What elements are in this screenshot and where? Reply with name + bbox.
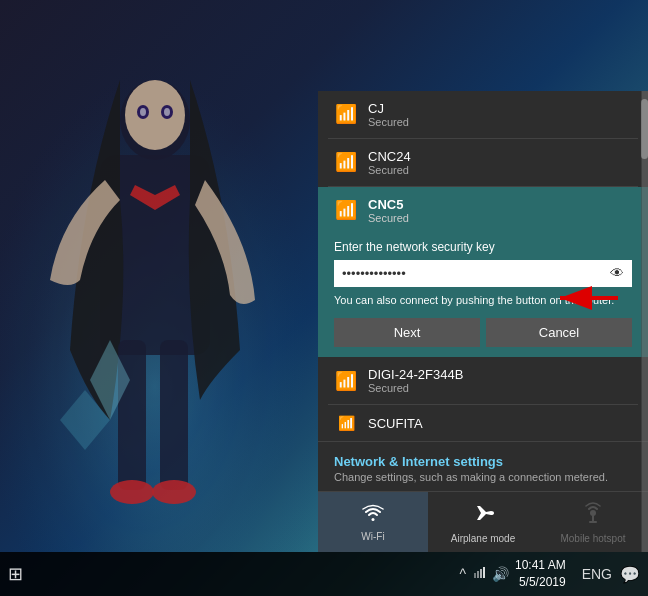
network-status-digi: Secured [368, 382, 463, 394]
connect-hint: You can also connect by pushing the butt… [334, 293, 632, 308]
password-section: Enter the network security key 👁 You can… [318, 234, 648, 357]
network-item-cj[interactable]: 📶 CJ Secured [318, 91, 648, 138]
svg-point-10 [140, 108, 146, 116]
network-tray-icon[interactable] [472, 566, 486, 583]
scroll-track [641, 91, 648, 552]
network-info-cj: CJ Secured [368, 101, 409, 128]
network-status-cj: Secured [368, 116, 409, 128]
wifi-icon-cnc5: 📶 [334, 199, 358, 221]
network-name-cj: CJ [368, 101, 409, 116]
svg-point-11 [164, 108, 170, 116]
eye-icon[interactable]: 👁 [602, 261, 632, 285]
network-panel: 📶 CJ Secured 📶 CNC24 Secured 📶 CNC5 Secu… [318, 91, 648, 552]
network-item-digi[interactable]: 📶 DIGI-24-2F344B Secured [318, 357, 648, 404]
notification-icon[interactable]: 💬 [620, 565, 640, 584]
quick-btn-airplane[interactable]: Airplane mode [428, 492, 538, 552]
taskbar-left: ⊞ [0, 563, 459, 585]
settings-title[interactable]: Network & Internet settings [334, 454, 632, 469]
action-buttons: Next Cancel [334, 318, 632, 347]
svg-point-7 [125, 80, 185, 150]
scroll-thumb[interactable] [641, 99, 648, 159]
cancel-button[interactable]: Cancel [486, 318, 632, 347]
airplane-quick-icon [472, 502, 494, 529]
wifi-icon-scufita: 📶 [334, 415, 358, 431]
network-status-cnc24: Secured [368, 164, 411, 176]
network-status-cnc5: Secured [368, 212, 409, 224]
svg-point-5 [110, 480, 154, 504]
svg-rect-4 [160, 340, 188, 490]
quick-btn-wifi[interactable]: Wi-Fi [318, 492, 428, 552]
taskbar-clock[interactable]: 10:41 AM 5/5/2019 [515, 557, 566, 591]
time-display: 10:41 AM [515, 557, 566, 574]
hotspot-quick-label: Mobile hotspot [560, 533, 625, 544]
next-button[interactable]: Next [334, 318, 480, 347]
svg-rect-20 [483, 567, 485, 578]
password-input-row: 👁 [334, 260, 632, 287]
password-input[interactable] [334, 260, 602, 287]
taskbar-right: ^ 🔊 10:41 AM 5/5/2019 ENG 💬 [459, 557, 648, 591]
hotspot-quick-icon [582, 502, 604, 529]
volume-icon[interactable]: 🔊 [492, 566, 509, 582]
svg-rect-19 [480, 569, 482, 578]
network-scroll-area: 📶 CJ Secured 📶 CNC24 Secured 📶 CNC5 Secu… [318, 91, 648, 441]
date-display: 5/5/2019 [515, 574, 566, 591]
taskbar: ⊞ ^ 🔊 10:41 AM 5/5/2019 ENG 💬 [0, 552, 648, 596]
network-name-cnc5: CNC5 [368, 197, 409, 212]
start-button[interactable]: ⊞ [8, 563, 23, 585]
quick-actions-bar: Wi-Fi Airplane mode Mobile [318, 491, 648, 552]
network-info-digi: DIGI-24-2F344B Secured [368, 367, 463, 394]
svg-rect-18 [477, 571, 479, 578]
wifi-icon-cj: 📶 [334, 103, 358, 125]
wifi-icon-digi: 📶 [334, 370, 358, 392]
network-item-cnc5[interactable]: 📶 CNC5 Secured [318, 187, 648, 234]
password-label: Enter the network security key [334, 240, 632, 254]
network-info-cnc5: CNC5 Secured [368, 197, 409, 224]
quick-btn-hotspot[interactable]: Mobile hotspot [538, 492, 648, 552]
network-item-cnc24[interactable]: 📶 CNC24 Secured [318, 139, 648, 186]
network-name-scufita: SCUFITA [368, 416, 423, 431]
settings-section: Network & Internet settings Change setti… [318, 441, 648, 491]
network-info-cnc24: CNC24 Secured [368, 149, 411, 176]
svg-point-6 [152, 480, 196, 504]
network-info-scufita: SCUFITA [368, 416, 423, 431]
svg-rect-17 [474, 573, 476, 578]
airplane-quick-label: Airplane mode [451, 533, 515, 544]
network-name-cnc24: CNC24 [368, 149, 411, 164]
lang-display: ENG [582, 566, 612, 582]
settings-description: Change settings, such as making a connec… [334, 471, 632, 483]
wifi-quick-label: Wi-Fi [361, 531, 384, 542]
wifi-quick-icon [362, 504, 384, 527]
wifi-icon-cnc24: 📶 [334, 151, 358, 173]
network-name-digi: DIGI-24-2F344B [368, 367, 463, 382]
network-item-scufita[interactable]: 📶 SCUFITA [318, 405, 648, 441]
svg-rect-3 [118, 340, 146, 490]
chevron-up-icon[interactable]: ^ [459, 566, 466, 582]
